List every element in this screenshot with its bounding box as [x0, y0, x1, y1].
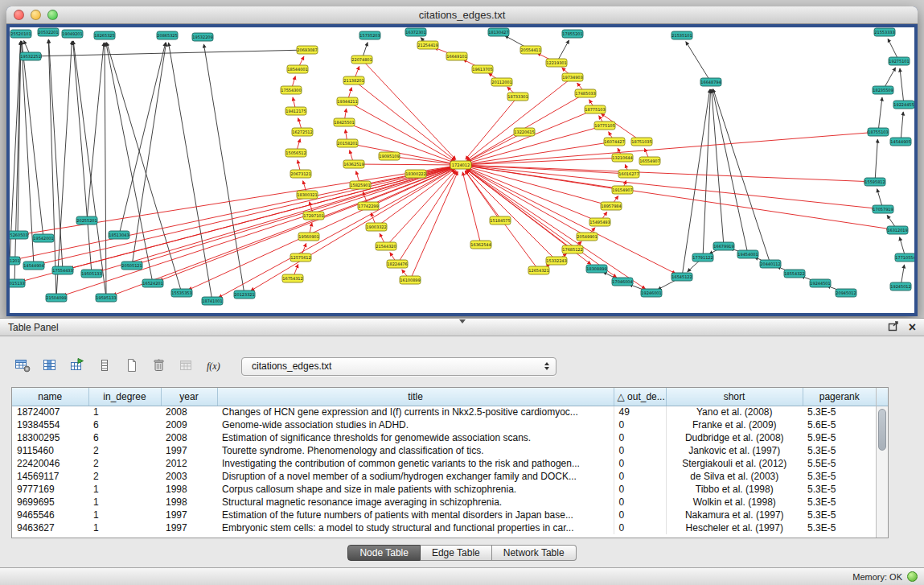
table-row[interactable]: 946554611997Estimation of the future num…	[12, 509, 876, 521]
table-options-button[interactable]	[11, 356, 34, 377]
graph-node[interactable]: 16016277	[618, 170, 639, 178]
graph-node[interactable]: 17685122	[562, 245, 583, 253]
graph-node[interactable]: 12219301	[546, 59, 567, 67]
table-row[interactable]: 1830029562008Estimation of significance …	[12, 431, 876, 444]
zoom-window-button[interactable]	[47, 10, 58, 20]
graph-node[interactable]: 15184575	[490, 216, 511, 225]
graph-node[interactable]: 13210644	[612, 154, 633, 162]
graph-node[interactable]: 12654321	[528, 266, 549, 274]
graph-node[interactable]: 14544904	[23, 262, 44, 270]
graph-node[interactable]: 19344211	[337, 97, 358, 105]
graph-node[interactable]: 18513043	[109, 231, 129, 239]
graph-node[interactable]: 18751035	[631, 138, 652, 146]
graph-node[interactable]: 20673121	[290, 170, 311, 178]
table-row[interactable]: 2242004622012Investigating the contribut…	[12, 457, 876, 470]
graph-node[interactable]: 19154907	[612, 186, 633, 194]
import-table-button[interactable]	[66, 356, 88, 377]
graph-node[interactable]: 18224476	[387, 260, 408, 268]
graph-node[interactable]: 18235509	[873, 86, 893, 94]
graph-node[interactable]: 20549901	[577, 233, 598, 241]
table-row[interactable]: 977716911998Corpus callosum shape and si…	[12, 483, 876, 496]
graph-node[interactable]: 21535101	[671, 31, 692, 39]
graph-node[interactable]: 17485033	[575, 89, 596, 97]
column-header[interactable]: year	[161, 388, 217, 406]
graph-node[interactable]: 21254419	[417, 41, 438, 49]
panel-splitter-handle[interactable]	[459, 319, 466, 323]
table-row[interactable]: 969969511998Structural magnetic resonanc…	[12, 496, 876, 509]
graph-node[interactable]: 12575612	[290, 253, 311, 262]
graph-node[interactable]: 21504099	[46, 294, 67, 302]
graph-node[interactable]: 18265325	[94, 31, 115, 39]
graph-node[interactable]: 25520101	[10, 30, 31, 38]
graph-node[interactable]: 19505133	[81, 270, 102, 278]
graph-node[interactable]: 20123321	[234, 290, 255, 299]
graph-node[interactable]: 19244501	[810, 279, 831, 287]
apply-disabled-button[interactable]	[175, 356, 198, 377]
graph-node[interactable]: 17554433	[52, 266, 73, 274]
graph-node[interactable]: 19613705	[472, 65, 493, 73]
new-document-button[interactable]	[121, 356, 143, 377]
graph-node[interactable]: 17297101	[303, 212, 324, 220]
delete-table-button[interactable]	[148, 356, 170, 377]
graph-node[interactable]: 17855201	[562, 30, 583, 38]
graph-node[interactable]: 19275101	[889, 57, 910, 65]
graph-node[interactable]: 18554322	[784, 270, 805, 278]
graph-node[interactable]: 19003322	[366, 223, 387, 231]
float-panel-button[interactable]	[888, 321, 899, 334]
graph-node[interactable]: 18308899	[586, 265, 607, 273]
graph-node[interactable]: 18544001	[287, 65, 308, 73]
graph-node[interactable]: 18775103	[585, 105, 606, 113]
window-titlebar[interactable]: citations_edges.txt	[6, 6, 918, 24]
graph-node[interactable]: 18300321	[297, 191, 318, 199]
close-window-button[interactable]	[14, 10, 24, 20]
graph-node[interactable]: 19532251	[20, 52, 41, 60]
row-editor-button[interactable]	[93, 356, 116, 377]
function-builder-button[interactable]: f(x)	[203, 356, 225, 377]
graph-node[interactable]: 16100899	[400, 276, 421, 284]
column-header[interactable]: title	[217, 388, 614, 406]
graph-node[interactable]: 20191201	[10, 257, 20, 265]
graph-node[interactable]: 20554411	[520, 46, 541, 54]
graph-node[interactable]: 13220615	[514, 128, 535, 136]
graph-node[interactable]: 18015133	[10, 279, 25, 287]
graph-node[interactable]: 17057919	[873, 205, 893, 213]
graph-node[interactable]: 16545122	[671, 273, 692, 281]
graph-node[interactable]: 19454001	[737, 250, 758, 258]
graph-node[interactable]: 15595812	[864, 178, 885, 186]
graph-node[interactable]: 20505121	[121, 262, 142, 270]
graph-node[interactable]: 21553333	[874, 28, 895, 36]
table-select-dropdown[interactable]: citations_edges.txt	[241, 357, 556, 376]
graph-node[interactable]: 20945012	[836, 289, 856, 297]
graph-node[interactable]: 16074427	[604, 138, 625, 146]
tab-node-table[interactable]: Node Table	[347, 545, 421, 561]
graph-node[interactable]: 14544905	[890, 138, 911, 146]
graph-node[interactable]: 19224455	[893, 101, 914, 109]
tab-network-table[interactable]: Network Table	[492, 545, 577, 561]
graph-node[interactable]: 16372301	[405, 28, 426, 36]
graph-node[interactable]: 20440112	[760, 260, 781, 268]
graph-node[interactable]: 21544320	[376, 242, 396, 250]
graph-node[interactable]: 15332243	[546, 257, 567, 265]
graph-node[interactable]: 18733301	[507, 93, 528, 101]
graph-node[interactable]: 19560901	[298, 233, 319, 241]
minimize-window-button[interactable]	[31, 10, 41, 20]
column-header[interactable]: name	[12, 388, 88, 406]
graph-node[interactable]: 16554907	[639, 157, 660, 165]
graph-node[interactable]: 16362519	[343, 160, 364, 168]
graph-node[interactable]: 21138201	[343, 76, 364, 84]
graph-node[interactable]: 17742299	[358, 202, 379, 210]
graph-node[interactable]: 20255201	[76, 216, 97, 225]
column-header[interactable]: pagerank	[803, 388, 876, 406]
graph-node[interactable]: 16648794	[700, 78, 721, 86]
graph-node[interactable]: 15825901	[350, 181, 371, 189]
show-columns-button[interactable]	[39, 356, 61, 377]
graph-node[interactable]: 19542001	[33, 234, 54, 242]
vertical-scrollbar[interactable]	[876, 388, 888, 538]
graph-node[interactable]: 16362544	[470, 241, 491, 249]
graph-node[interactable]: 19245012	[890, 282, 911, 290]
table-row[interactable]: 946362711997Embryonic stem cells: a mode…	[12, 521, 876, 534]
graph-node[interactable]: 18741001	[202, 297, 223, 305]
graph-node[interactable]: 18130427	[488, 28, 509, 36]
graph-node[interactable]: 15735203	[359, 31, 380, 39]
graph-node[interactable]: 19246001	[641, 289, 662, 297]
